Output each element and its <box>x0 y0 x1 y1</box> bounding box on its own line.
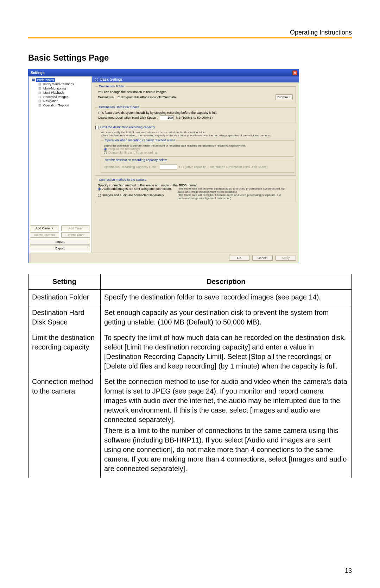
table-row: Limit the destination recording capacity… <box>28 330 352 374</box>
radio-icon[interactable] <box>104 148 107 151</box>
setting-cell: Destination Folder <box>28 290 101 305</box>
settings-description-table: Setting Description Destination Folder S… <box>28 274 352 478</box>
delete-timer-button[interactable]: Delete Timer <box>61 232 90 238</box>
add-timer-button[interactable]: Add Timer <box>61 225 90 231</box>
radio-icon[interactable] <box>98 194 101 197</box>
operation-group: Operation when recording capacity reache… <box>101 138 294 157</box>
description-cell: Specify the destination folder to save r… <box>101 290 352 305</box>
apply-button[interactable]: Apply <box>276 255 296 261</box>
connection-legend: Connection method to the camera <box>98 178 148 181</box>
add-camera-button[interactable]: Add Camera <box>30 225 59 231</box>
conn-separate-note: (The frame rate will be higher because a… <box>178 193 287 200</box>
connection-method-group: Connection method to the camera Specify … <box>95 178 296 202</box>
destination-folder-group: Destination Folder You can change the de… <box>95 85 296 103</box>
delete-camera-button[interactable]: Delete Camera <box>30 232 59 238</box>
import-button[interactable]: Import <box>30 239 90 245</box>
tree-item[interactable]: ⊟Multi-Monitoring <box>38 86 90 91</box>
checkbox-icon[interactable] <box>95 126 99 129</box>
destination-path: E:\Program Files\Panasonic\Ncr3\ncrdata <box>118 95 273 99</box>
panel-title: Basic Settings <box>100 78 122 81</box>
table-row: Destination Folder Specify the destinati… <box>28 290 352 305</box>
main-pane: Basic Settings Destination Folder You ca… <box>92 76 299 253</box>
stop-recordings-radio[interactable]: Stop all the recordings <box>104 147 291 151</box>
radio-icon[interactable] <box>104 151 107 154</box>
browse-button[interactable]: Browse... <box>275 94 293 100</box>
operation-legend: Operation when recording capacity reache… <box>104 138 176 142</box>
connection-desc: Specify connection method of the image a… <box>98 184 293 187</box>
setting-cell: Limit the destination recording capacity <box>28 330 101 374</box>
limit-desc: You can specify the limit of how much da… <box>101 131 294 137</box>
tree-root-preferences[interactable]: − Preferences <box>32 78 90 82</box>
header-operating-instructions: Operating Instructions <box>290 29 352 36</box>
set-capacity-group: Set the destination recording capacity b… <box>101 158 294 173</box>
setting-cell: Connection method to the camera <box>28 374 101 478</box>
settings-dialog: Settings ✕ − Preferences ⊟Proxy Server S… <box>28 69 299 263</box>
tree-pane: − Preferences ⊟Proxy Server Settings ⊟Mu… <box>28 76 92 253</box>
tree-item[interactable]: ⊟Multi-Playback <box>38 91 90 95</box>
tree-item[interactable]: ⊟Navigation <box>38 99 90 103</box>
cancel-button[interactable]: Cancel <box>252 255 273 261</box>
description-cell: Set the connection method to use for aud… <box>101 374 352 478</box>
disk-space-legend: Destination Hard Disk Space <box>98 105 140 109</box>
close-icon[interactable]: ✕ <box>292 70 297 75</box>
limit-group: You can specify the limit of how much da… <box>95 130 296 176</box>
export-button[interactable]: Export <box>30 246 90 251</box>
table-header-setting: Setting <box>28 274 101 290</box>
description-cell: Set enough capacity as your destination … <box>101 305 352 330</box>
table-row: Destination Hard Disk Space Set enough c… <box>28 305 352 330</box>
disk-space-label: Guaranteed Destination Hard Disk Space : <box>98 116 158 119</box>
operation-desc: Select the operation to perform when the… <box>104 144 291 147</box>
conn-one-note: (The frame rate will be lower because au… <box>178 187 287 193</box>
destination-label: Destination : <box>98 95 115 99</box>
tree-item[interactable]: ⊟Operation Support <box>38 103 90 107</box>
section-title: Basic Settings Page <box>28 53 352 63</box>
delete-old-radio[interactable]: Delete old files and keep recording <box>104 151 291 154</box>
header-rule <box>28 37 352 38</box>
capacity-limit-label: Destination Recording Capacity Limit : <box>104 165 158 169</box>
limit-checkbox-label: Limit the destination recording capacity <box>100 125 155 129</box>
capacity-limit-input[interactable] <box>160 165 177 169</box>
page-number: 13 <box>345 567 352 575</box>
collapse-icon[interactable]: − <box>32 79 35 81</box>
conn-separate-radio[interactable]: Images and audio are connected separatel… <box>98 193 293 200</box>
radio-icon[interactable] <box>98 187 101 191</box>
dialog-title: Settings <box>31 71 44 75</box>
tree-root-label: Preferences <box>36 78 55 82</box>
capacity-limit-unit: GB (Drive capacity - Guaranteed Destinat… <box>179 165 268 169</box>
dialog-footer: OK Cancel Apply <box>28 253 299 263</box>
description-cell: To specify the limit of how much data ca… <box>101 330 352 374</box>
dialog-titlebar: Settings ✕ <box>28 69 299 76</box>
disk-space-input[interactable] <box>160 115 174 120</box>
destination-folder-desc: You can change the destination to record… <box>98 90 293 94</box>
disk-space-group: Destination Hard Disk Space This feature… <box>95 105 296 123</box>
set-capacity-legend: Set the destination recording capacity b… <box>104 158 168 162</box>
tree-item[interactable]: ⊟Proxy Server Settings <box>38 82 90 86</box>
destination-folder-legend: Destination Folder <box>98 85 126 88</box>
ok-button[interactable]: OK <box>229 255 249 261</box>
table-row: Connection method to the camera Set the … <box>28 374 352 478</box>
disk-space-desc: This feature avoids system instability b… <box>98 111 293 114</box>
tree-item[interactable]: ⊟Recorded Images <box>38 95 90 99</box>
panel-header: Basic Settings <box>92 76 299 82</box>
disk-space-range: MB (100MB to 50,000MB) <box>176 116 213 119</box>
gear-icon <box>95 78 98 81</box>
table-header-description: Description <box>101 274 352 290</box>
conn-one-radio[interactable]: Audio and images are sent using one conn… <box>98 187 293 193</box>
limit-checkbox-row[interactable]: Limit the destination recording capacity <box>95 125 296 129</box>
setting-cell: Destination Hard Disk Space <box>28 305 101 330</box>
